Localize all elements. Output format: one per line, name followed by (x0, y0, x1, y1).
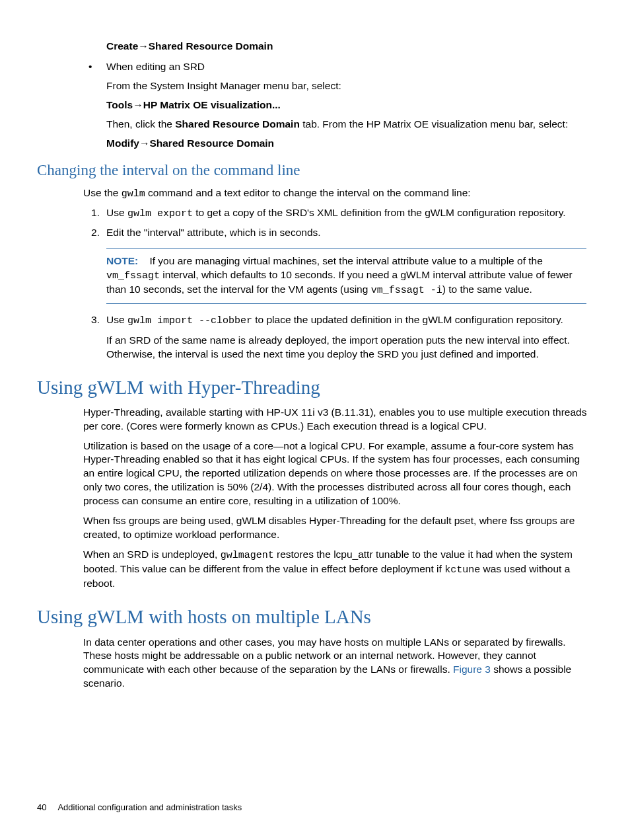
command-text: kctune (444, 564, 480, 576)
bullet-subtext-2: Then, click the Shared Resource Domain t… (106, 118, 586, 132)
note-box: NOTE: If you are managing virtual machin… (106, 248, 586, 304)
heading-multiple-lans: Using gWLM with hosts on multiple LANs (37, 604, 593, 630)
step-number: 2. (83, 226, 106, 240)
command-text: gwlm (122, 188, 145, 200)
step-content: Edit the "interval" attribute, which is … (106, 226, 593, 240)
text-fragment: Use the (83, 187, 122, 198)
heading-hyper-threading: Using gWLM with Hyper-Threading (37, 375, 593, 401)
command-text: vm_fssagt -i (371, 285, 442, 296)
bullet-subtext: From the System Insight Manager menu bar… (106, 79, 586, 93)
step-content: Use gwlm export to get a copy of the SRD… (106, 206, 593, 221)
paragraph: In data center operations and other case… (83, 636, 593, 691)
command-text: gwlm export (127, 208, 193, 219)
text-fragment: Use (106, 314, 127, 325)
menu-create-prefix: Create (106, 40, 138, 52)
intro-paragraph: Use the gwlm command and a text editor t… (83, 186, 593, 201)
arrow-icon: → (133, 99, 143, 110)
text-fragment: If you are managing virtual machines, se… (149, 255, 542, 266)
paragraph: Utilization is based on the usage of a c… (83, 439, 593, 509)
menu-tools-suffix: HP Matrix OE visualization... (143, 99, 281, 110)
paragraph: When fss groups are being used, gWLM dis… (83, 514, 593, 542)
step-number: 3. (83, 313, 106, 361)
paragraph: When an SRD is undeployed, gwlmagent res… (83, 548, 593, 591)
bullet-icon: • (83, 60, 106, 151)
text-fragment: tab. From the HP Matrix OE visualization… (300, 118, 568, 130)
menu-create-suffix: Shared Resource Domain (149, 40, 273, 52)
menu-tools-prefix: Tools (106, 99, 133, 110)
menu-modify-suffix: Shared Resource Domain (149, 137, 274, 149)
arrow-icon: → (138, 40, 149, 52)
menu-modify-prefix: Modify (106, 137, 139, 149)
text-fragment: ) to the same value. (442, 284, 532, 295)
list-item: 3. Use gwlm import --clobber to place th… (83, 313, 593, 361)
command-text: gwlmagent (221, 550, 274, 561)
page-number: 40 (37, 802, 46, 812)
menu-path-modify: Modify→Shared Resource Domain (106, 137, 586, 151)
page-footer: 40 Additional configuration and administ… (37, 802, 242, 814)
arrow-icon: → (139, 137, 150, 149)
note-label: NOTE: (106, 255, 138, 266)
step-content: Use gwlm import --clobber to place the u… (106, 313, 586, 328)
text-fragment: command and a text editor to change the … (145, 187, 471, 198)
figure-link[interactable]: Figure 3 (453, 664, 491, 675)
step-subtext: If an SRD of the same name is already de… (106, 334, 586, 362)
menu-path-tools: Tools→HP Matrix OE visualization... (106, 98, 586, 112)
bullet-text: When editing an SRD (106, 60, 586, 74)
menu-path-create: Create→Shared Resource Domain (106, 40, 593, 54)
text-fragment: to get a copy of the SRD's XML definitio… (193, 207, 566, 218)
command-text: vm_fssagt (106, 270, 160, 282)
text-fragment: to place the updated definition in the g… (252, 314, 563, 325)
text-fragment: Use (106, 207, 127, 218)
tab-name: Shared Resource Domain (175, 118, 300, 130)
list-item: • When editing an SRD From the System In… (83, 60, 593, 151)
paragraph: Hyper-Threading, available starting with… (83, 406, 593, 434)
list-item: 1. Use gwlm export to get a copy of the … (83, 206, 593, 221)
command-text: gwlm import --clobber (127, 315, 252, 326)
footer-text: Additional configuration and administrat… (57, 802, 242, 812)
text-fragment: Then, click the (106, 118, 175, 130)
heading-changing-interval: Changing the interval on the command lin… (37, 160, 593, 180)
text-fragment: When an SRD is undeployed, (83, 549, 221, 560)
step-number: 1. (83, 206, 106, 221)
list-item: 2. Edit the "interval" attribute, which … (83, 226, 593, 240)
